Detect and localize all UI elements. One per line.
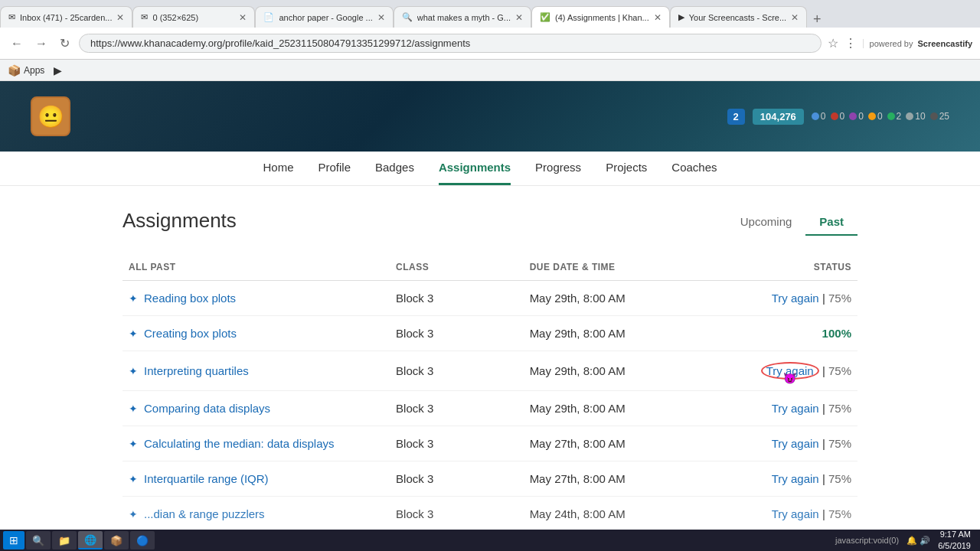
assignment-link-1[interactable]: Reading box plots: [144, 292, 236, 305]
back-button[interactable]: ←: [8, 35, 26, 52]
table-row: ✦ Reading box plots Block 3 May 29th, 8:…: [122, 281, 858, 316]
tab-close-6[interactable]: ✕: [791, 12, 799, 23]
tab-upcoming[interactable]: Upcoming: [727, 209, 806, 236]
tab-favicon-6: ▶: [678, 12, 684, 22]
nav-projects[interactable]: Projects: [606, 161, 647, 185]
bookmarks-bar: 📦 Apps ▶: [0, 60, 980, 81]
nav-progress[interactable]: Progress: [535, 161, 581, 185]
bookmark-apps[interactable]: 📦 Apps: [8, 64, 44, 77]
row-6-due: May 27th, 8:00 AM: [524, 472, 724, 485]
tab-title-5: (4) Assignments | Khan...: [555, 13, 649, 22]
gem-count-red: 0: [840, 111, 845, 122]
try-again-link-5[interactable]: Try again: [772, 437, 819, 450]
gem-count-green: 2: [897, 111, 902, 122]
streak-badge: 2: [727, 109, 745, 125]
pct-5: 75%: [828, 437, 851, 450]
tab-1[interactable]: ✉ Inbox (471) - 25carden... ✕: [0, 6, 132, 28]
row-7-status: Try again | 75%: [724, 507, 858, 520]
row-4-name-cell: ✦ Comparing data displays: [122, 402, 390, 415]
gem-count-yellow: 0: [877, 111, 883, 122]
date-display: 6/5/2019: [938, 540, 971, 551]
avatar-emoji: 😐: [38, 104, 64, 129]
table-header: ALL PAST CLASS DUE DATE & TIME STATUS: [122, 254, 858, 281]
row-6-name-cell: ✦ Interquartile range (IQR): [122, 472, 390, 485]
user-avatar[interactable]: 😐: [31, 96, 70, 136]
tab-favicon-4: 🔍: [402, 12, 413, 22]
gem-dot-yellow: [868, 112, 876, 120]
assignment-link-5[interactable]: Calculating the median: data displays: [144, 437, 334, 450]
col-status: STATUS: [724, 262, 858, 272]
star-icon-4: ✦: [129, 403, 138, 415]
assignment-tabs: Upcoming Past: [727, 209, 858, 236]
browser-window: ✉ Inbox (471) - 25carden... ✕ ✉ 0 (352×6…: [0, 0, 980, 81]
table-row: ✦ Calculating the median: data displays …: [122, 426, 858, 461]
row-2-name-cell: ✦ Creating box plots: [122, 327, 390, 340]
star-icon-6: ✦: [129, 473, 138, 485]
star-icon-7: ✦: [129, 508, 138, 520]
new-tab-button[interactable]: +: [807, 11, 828, 28]
assignment-link-4[interactable]: Comparing data displays: [144, 402, 270, 415]
tab-past[interactable]: Past: [805, 209, 858, 236]
assignments-content: Assignments Upcoming Past ALL PAST CLASS…: [0, 186, 980, 530]
gem-dot-gray: [906, 112, 913, 120]
nav-assignments[interactable]: Assignments: [439, 161, 511, 185]
tab-2[interactable]: ✉ 0 (352×625) ✕: [132, 6, 255, 28]
row-4-status: Try again | 75%: [724, 402, 858, 415]
settings-icon[interactable]: ⋮: [844, 36, 857, 51]
try-again-link-1[interactable]: Try again: [772, 292, 819, 305]
table-row: ✦ Interpreting quartiles Block 3 May 29t…: [122, 351, 858, 391]
ka-navigation: Home Profile Badges Assignments Progress…: [0, 152, 980, 186]
taskbar-search[interactable]: 🔍: [26, 531, 51, 549]
nav-badges[interactable]: Badges: [375, 161, 414, 185]
tab-close-2[interactable]: ✕: [239, 12, 247, 23]
assignment-link-3[interactable]: Interpreting quartiles: [144, 364, 249, 377]
tab-3[interactable]: 📄 anchor paper - Google ... ✕: [255, 6, 393, 28]
gem-dark: 25: [930, 111, 949, 122]
taskbar-explorer[interactable]: 📁: [52, 531, 77, 549]
row-2-status: 100%: [724, 327, 858, 340]
user-stats: 2 104,276 0 0 0 0 2 10 25: [727, 109, 949, 125]
tab-6[interactable]: ▶ Your Screencasts - Scre... ✕: [670, 6, 807, 28]
page-content: 😐 2 104,276 0 0 0 0 2 10 25 Home Profile…: [0, 81, 980, 530]
assignment-link-6[interactable]: Interquartile range (IQR): [144, 472, 269, 485]
page-title: Assignments: [122, 209, 237, 233]
tab-close-1[interactable]: ✕: [116, 12, 124, 23]
separator-4: |: [819, 402, 828, 415]
tab-title-4: what makes a myth - G...: [417, 13, 511, 22]
gem-count-gray: 10: [915, 111, 925, 122]
table-row: ✦ Creating box plots Block 3 May 29th, 8…: [122, 316, 858, 351]
bookmark-icon[interactable]: ☆: [828, 36, 838, 51]
separator-6: |: [819, 472, 828, 485]
tab-4[interactable]: 🔍 what makes a myth - G... ✕: [394, 6, 531, 28]
assignment-link-2[interactable]: Creating box plots: [144, 327, 237, 340]
address-bar[interactable]: [79, 34, 822, 53]
nav-coaches[interactable]: Coaches: [671, 161, 717, 185]
bookmark-youtube[interactable]: ▶: [54, 64, 62, 77]
taskbar-app[interactable]: 🔵: [130, 531, 155, 549]
ka-header: 😐 2 104,276 0 0 0 0 2 10 25: [0, 81, 980, 152]
taskbar-minecraft[interactable]: 📦: [104, 531, 129, 549]
table-row: ✦ ...dian & range puzzlers Block 3 May 2…: [122, 497, 858, 530]
tab-close-5[interactable]: ✕: [654, 12, 662, 23]
row-1-status: Try again | 75%: [724, 292, 858, 305]
tab-title-3: anchor paper - Google ...: [279, 13, 372, 22]
nav-home[interactable]: Home: [263, 161, 293, 185]
try-again-link-7[interactable]: Try again: [772, 507, 819, 520]
star-icon-2: ✦: [129, 328, 138, 340]
taskbar-chrome[interactable]: 🌐: [78, 531, 103, 549]
gem-dot-red: [831, 112, 838, 120]
assignment-link-7[interactable]: ...dian & range puzzlers: [144, 507, 265, 520]
time-display: 9:17 AM: [938, 529, 971, 540]
forward-button[interactable]: →: [32, 35, 51, 52]
row-2-due: May 29th, 8:00 AM: [524, 327, 724, 340]
youtube-bookmark-icon: ▶: [54, 64, 62, 77]
try-again-link-4[interactable]: Try again: [772, 402, 819, 415]
start-button[interactable]: ⊞: [3, 531, 24, 549]
nav-profile[interactable]: Profile: [318, 161, 351, 185]
try-again-link-6[interactable]: Try again: [772, 472, 819, 485]
tab-close-4[interactable]: ✕: [515, 12, 523, 23]
extension-label: powered by: [870, 39, 913, 48]
tab-5[interactable]: ✅ (4) Assignments | Khan... ✕: [531, 6, 670, 28]
tab-close-3[interactable]: ✕: [377, 12, 385, 23]
reload-button[interactable]: ↻: [57, 34, 73, 52]
